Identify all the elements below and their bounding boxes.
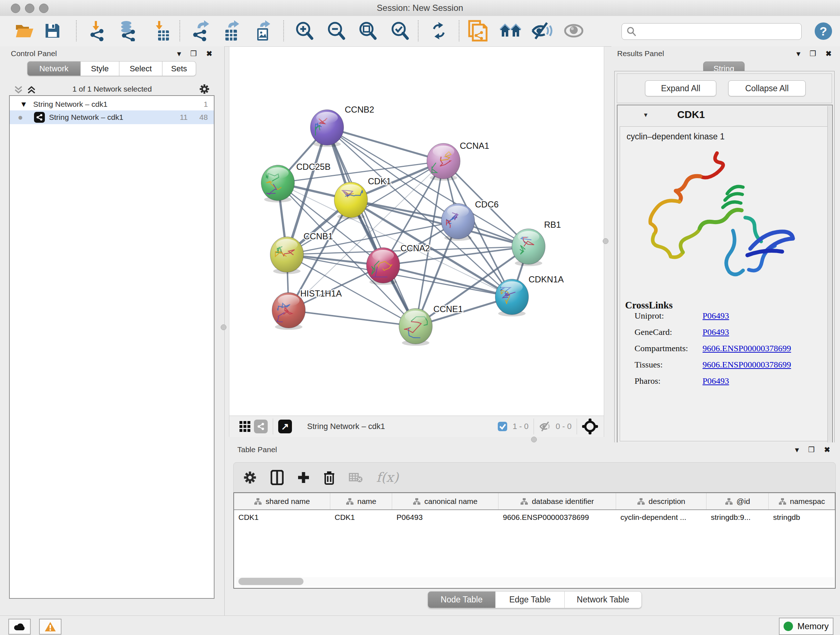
edge-CCNB2-CCNA1[interactable] [327, 127, 444, 161]
panel-close-icon[interactable]: ✖ [824, 445, 830, 454]
panel-float-icon[interactable]: ❒ [808, 445, 815, 454]
panel-float-icon[interactable]: ❒ [190, 49, 197, 58]
string-network-graph[interactable]: CCNB2CCNA1CDC25BCDK1CDC6RB1CCNB1CCNA2CDK… [229, 47, 604, 416]
node-CCNA1[interactable] [427, 143, 460, 181]
save-session-button[interactable] [41, 19, 65, 43]
crosslink-tissues-link[interactable]: 9606.ENSP00000378699 [703, 360, 791, 370]
export-image-button[interactable] [251, 19, 275, 43]
panel-close-icon[interactable]: ✖ [826, 49, 832, 58]
tab-select[interactable]: Select [119, 61, 163, 76]
refresh-button[interactable] [427, 19, 451, 43]
tab-node-table[interactable]: Node Table [428, 591, 496, 608]
zoom-in-button[interactable] [292, 19, 316, 43]
network-row-selected[interactable]: ● String Network – cdk1 11 48 [10, 111, 214, 124]
node-CCNB1[interactable] [270, 237, 303, 274]
column-header-namespac[interactable]: namespac [769, 493, 835, 509]
collapse-gene-icon[interactable]: ▼ [643, 112, 649, 119]
column-header-shared-name[interactable]: shared name [234, 493, 330, 509]
column-header--id[interactable]: @id [706, 493, 769, 509]
panel-menu-icon[interactable]: ▾ [177, 49, 181, 58]
collapse-all-button[interactable]: Collapse All [728, 80, 806, 96]
node-CDC25B[interactable] [261, 165, 294, 203]
network-from-selection-button[interactable] [466, 19, 490, 43]
search-input[interactable] [640, 27, 801, 36]
tab-network-table[interactable]: Network Table [565, 591, 642, 608]
node-RB1[interactable] [512, 229, 545, 266]
tab-edge-table[interactable]: Edge Table [496, 591, 565, 608]
zoom-out-button[interactable] [324, 19, 348, 43]
tab-sets[interactable]: Sets [163, 61, 196, 76]
import-network-database-button[interactable] [117, 19, 141, 43]
network-view: CCNB2CCNA1CDC25BCDK1CDC6RB1CCNB1CCNA2CDK… [229, 46, 604, 437]
table-row[interactable]: CDK1CDK1P064939606.ENSP00000378699cyclin… [234, 510, 835, 525]
selected-nodes-checkbox-icon[interactable] [497, 421, 508, 432]
crosslink-compartments-link[interactable]: 9606.ENSP00000378699 [703, 344, 791, 353]
table-cell[interactable]: CDK1 [234, 510, 330, 525]
table-cell[interactable]: stringdb [769, 510, 835, 525]
tab-style[interactable]: Style [81, 61, 119, 76]
import-table-button[interactable] [150, 19, 174, 43]
column-header-database-identifier[interactable]: database identifier [499, 493, 616, 509]
table-cell[interactable]: CDK1 [330, 510, 392, 525]
right-splitter-handle[interactable] [603, 238, 608, 244]
string-home-button[interactable] [499, 19, 523, 43]
fit-selection-crosshair-button[interactable] [582, 418, 598, 434]
create-column-plus-icon[interactable] [297, 471, 309, 484]
network-canvas[interactable]: CCNB2CCNA1CDC25BCDK1CDC6RB1CCNB1CCNA2CDK… [229, 47, 604, 416]
node-table: shared namenamecanonical namedatabase id… [233, 492, 836, 589]
column-header-name[interactable]: name [330, 493, 392, 509]
collection-expand-icon[interactable]: ▼ [20, 100, 27, 109]
node-CDKN1A[interactable] [495, 279, 529, 317]
toolbar-separator [459, 20, 459, 41]
birdseye-view-button[interactable] [238, 420, 252, 433]
tab-network[interactable]: Network [27, 61, 81, 76]
import-network-file-button[interactable] [86, 19, 110, 43]
network-options-gear-icon[interactable] [199, 84, 210, 95]
export-table-button[interactable] [220, 19, 244, 43]
left-splitter-handle[interactable] [221, 325, 226, 330]
table-cell[interactable]: cyclin-dependent ... [616, 510, 706, 525]
table-cell[interactable]: P06493 [392, 510, 499, 525]
memory-button[interactable]: Memory [779, 618, 834, 635]
warnings-button[interactable] [39, 619, 62, 635]
panel-menu-icon[interactable]: ▾ [797, 49, 800, 58]
table-hscrollbar[interactable] [235, 577, 834, 586]
column-header-description[interactable]: description [616, 493, 706, 509]
panel-float-icon[interactable]: ❒ [810, 49, 816, 58]
cloud-button[interactable] [8, 619, 31, 635]
horizontal-splitter-handle[interactable] [531, 437, 537, 442]
search-field[interactable] [622, 23, 802, 40]
table-cell[interactable]: stringdb:9... [706, 510, 769, 525]
results-scrollbar[interactable] [827, 106, 831, 445]
hide-graphics-details-button[interactable] [530, 19, 554, 43]
crosslink-genecard-link[interactable]: P06493 [703, 327, 729, 337]
hidden-eye-icon [539, 421, 552, 432]
zoom-fit-button[interactable] [355, 19, 379, 43]
node-label-CDK1: CDK1 [368, 176, 391, 186]
edge-HIST1H1A-CCNE1[interactable] [289, 310, 416, 326]
panel-menu-icon[interactable]: ▾ [795, 445, 799, 454]
panel-close-icon[interactable]: ✖ [206, 49, 212, 58]
gene-section-header[interactable]: ▼ CDK1 [617, 105, 832, 126]
crosslink-pharos-link[interactable]: P06493 [703, 376, 729, 386]
zoom-selected-button[interactable] [388, 19, 412, 43]
share-network-button[interactable] [254, 420, 268, 433]
node-CCNE1[interactable] [399, 309, 432, 346]
open-in-window-button[interactable]: ↗ [278, 420, 292, 433]
scrollbar-thumb[interactable] [238, 578, 303, 585]
crosslink-uniprot-link[interactable]: P06493 [703, 311, 729, 321]
expand-all-button[interactable]: Expand All [645, 80, 716, 96]
show-columns-icon[interactable] [271, 470, 284, 485]
table-cell[interactable]: 9606.ENSP00000378699 [499, 510, 616, 525]
export-network-button[interactable] [189, 19, 213, 43]
table-toolbar: f(x) [233, 462, 836, 492]
help-button[interactable]: ? [815, 22, 832, 40]
column-header-canonical-name[interactable]: canonical name [392, 493, 499, 509]
delete-column-trash-icon[interactable] [324, 470, 335, 485]
show-graphics-details-button[interactable] [562, 19, 586, 43]
houses-icon [499, 23, 522, 39]
open-session-button[interactable] [13, 19, 36, 43]
table-options-gear-icon[interactable] [243, 470, 257, 485]
network-collection-row[interactable]: ▼ String Network – cdk1 1 [10, 98, 214, 111]
node-CDC6[interactable] [441, 203, 475, 241]
